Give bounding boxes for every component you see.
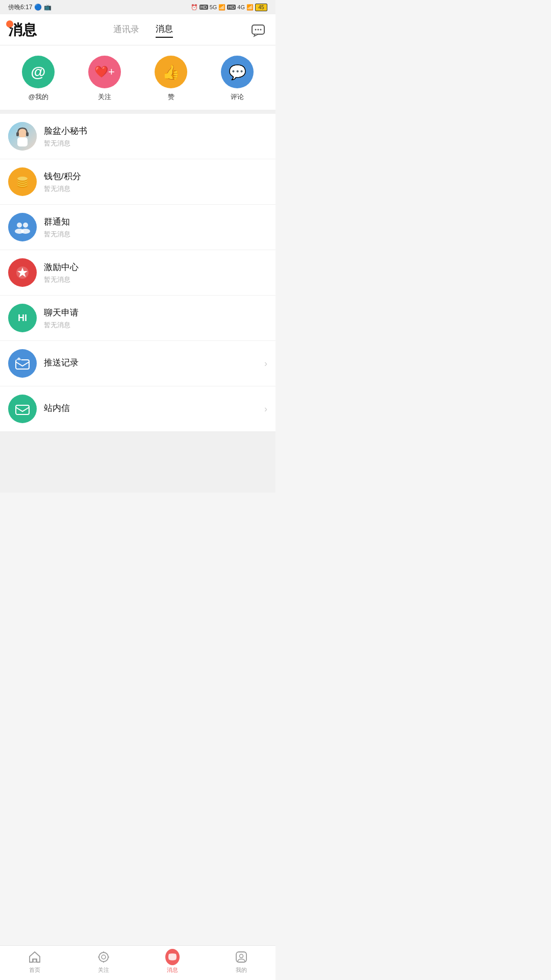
- at-label: @我的: [28, 92, 48, 102]
- status-time: 傍晚6:17 🔵 📺: [8, 3, 52, 12]
- svg-rect-6: [17, 137, 28, 146]
- svg-point-16: [17, 177, 28, 181]
- comment-label: 评论: [231, 92, 244, 102]
- svg-rect-7: [16, 132, 19, 136]
- at-symbol: @: [31, 63, 45, 81]
- like-icon-circle: 👍: [155, 56, 187, 88]
- nav-messages[interactable]: 消息: [156, 23, 173, 38]
- header-nav: 通讯录 消息: [113, 23, 173, 38]
- inbox-title: 站内信: [44, 402, 260, 414]
- chat-req-title: 聊天申请: [44, 307, 267, 318]
- comment-icon-circle: 💬: [221, 56, 254, 88]
- heart-plus-icon: ❤️+: [94, 65, 115, 79]
- 5g-signal: 5G: [210, 4, 217, 10]
- nav-contacts[interactable]: 通讯录: [113, 23, 139, 37]
- incentive-content: 激励中心 暂无消息: [44, 261, 267, 284]
- follow-label: 关注: [98, 92, 111, 102]
- chat-req-icon: HI: [8, 304, 37, 332]
- svg-point-3: [260, 29, 262, 31]
- quick-icon-comment[interactable]: 💬 评论: [221, 56, 254, 102]
- chat-icon-button[interactable]: [249, 21, 267, 39]
- mibishu-subtitle: 暂无消息: [44, 139, 267, 148]
- svg-point-1: [255, 29, 257, 31]
- alarm-icon: ⏰: [191, 4, 198, 11]
- push-icon: [8, 349, 37, 378]
- group-subtitle: 暂无消息: [44, 230, 267, 239]
- svg-rect-26: [16, 405, 29, 414]
- quick-icon-follow[interactable]: ❤️+ 关注: [88, 56, 121, 102]
- message-list: 脸盆小秘书 暂无消息 钱包/积分: [0, 114, 276, 431]
- page-title: 消息: [8, 20, 37, 40]
- follow-icon-circle: ❤️+: [88, 56, 121, 88]
- status-icons: 🔵 📺: [34, 4, 51, 11]
- svg-rect-8: [26, 132, 29, 136]
- mibishu-avatar: [8, 122, 37, 151]
- signal-bars-2: 📶: [246, 4, 254, 11]
- list-item-incentive[interactable]: 激励中心 暂无消息: [0, 250, 276, 296]
- wallet-title: 钱包/积分: [44, 170, 267, 182]
- wallet-icon: [8, 167, 37, 196]
- status-right: ⏰ HD 5G 📶 HD 4G 📶 45: [191, 4, 267, 11]
- push-content: 推送记录: [44, 357, 260, 371]
- hd-badge-2: HD: [227, 5, 236, 10]
- group-icon: [8, 213, 37, 241]
- group-title: 群通知: [44, 216, 267, 228]
- hi-text: HI: [18, 313, 27, 324]
- list-item-push[interactable]: 推送记录 ›: [0, 341, 276, 386]
- header: 消息 通讯录 消息: [0, 14, 276, 45]
- push-title: 推送记录: [44, 357, 260, 369]
- group-content: 群通知 暂无消息: [44, 216, 267, 239]
- quick-icons-row: @ @我的 ❤️+ 关注 👍 赞 💬 评论: [0, 45, 276, 114]
- incentive-title: 激励中心: [44, 261, 267, 273]
- time-text: 傍晚6:17: [8, 3, 32, 12]
- main-content: @ @我的 ❤️+ 关注 👍 赞 💬 评论: [0, 45, 276, 528]
- list-item-chat[interactable]: HI 聊天申请 暂无消息: [0, 296, 276, 341]
- inbox-icon: [8, 395, 37, 423]
- header-top: 消息 通讯录 消息: [8, 20, 267, 45]
- quick-icon-at[interactable]: @ @我的: [22, 56, 55, 102]
- list-item-group[interactable]: 群通知 暂无消息: [0, 205, 276, 250]
- chat-req-content: 聊天申请 暂无消息: [44, 307, 267, 330]
- wallet-content: 钱包/积分 暂无消息: [44, 170, 267, 193]
- at-icon-circle: @: [22, 56, 55, 88]
- list-item-mibishu[interactable]: 脸盆小秘书 暂无消息: [0, 114, 276, 159]
- hd-badge: HD: [199, 5, 208, 10]
- incentive-subtitle: 暂无消息: [44, 275, 267, 284]
- svg-point-17: [17, 223, 22, 228]
- svg-point-18: [23, 223, 28, 228]
- signal-bars-1: 📶: [218, 4, 226, 11]
- 4g-signal: 4G: [237, 4, 245, 10]
- inbox-arrow-icon: ›: [264, 404, 267, 414]
- mibishu-title: 脸盆小秘书: [44, 125, 267, 137]
- status-bar: 傍晚6:17 🔵 📺 ⏰ HD 5G 📶 HD 4G 📶 45: [0, 0, 276, 14]
- like-label: 赞: [168, 92, 174, 102]
- quick-icon-like[interactable]: 👍 赞: [155, 56, 187, 102]
- wallet-subtitle: 暂无消息: [44, 184, 267, 193]
- svg-point-2: [258, 29, 259, 31]
- chat-req-subtitle: 暂无消息: [44, 321, 267, 330]
- comment-bubble-icon: 💬: [229, 64, 246, 81]
- push-arrow-icon: ›: [264, 358, 267, 369]
- notification-dot: [6, 20, 13, 28]
- mibishu-content: 脸盆小秘书 暂无消息: [44, 125, 267, 148]
- list-item-inbox[interactable]: 站内信 ›: [0, 386, 276, 431]
- svg-point-20: [21, 229, 30, 234]
- battery-indicator: 45: [255, 4, 267, 11]
- list-item-wallet[interactable]: 钱包/积分 暂无消息: [0, 159, 276, 205]
- inbox-content: 站内信: [44, 402, 260, 416]
- incentive-icon: [8, 258, 37, 287]
- thumbs-up-icon: 👍: [162, 64, 180, 81]
- bottom-spacer: [0, 431, 276, 493]
